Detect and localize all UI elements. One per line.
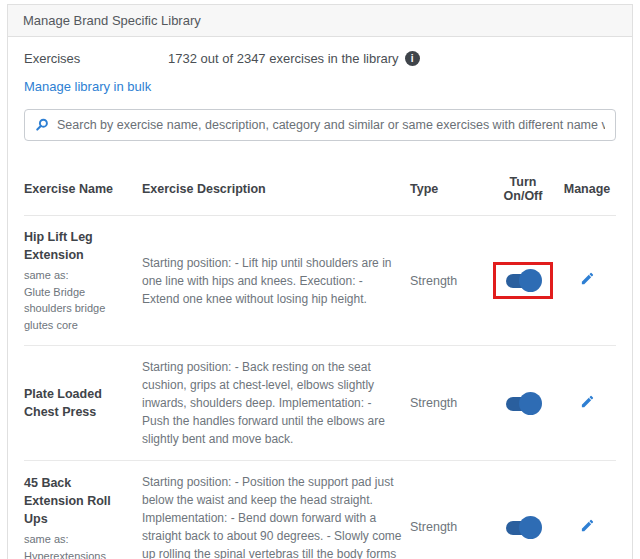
exercise-description: Starting position: - Back resting on the… <box>142 358 410 448</box>
table-row: 45 Back Extension Roll Ups same as: Hype… <box>24 461 616 559</box>
exercise-description: Starting position: - Position the suppor… <box>142 473 410 559</box>
exercise-on-off-toggle[interactable] <box>506 272 540 289</box>
exercise-type: Strength <box>410 396 488 410</box>
toggle-knob <box>519 516 542 539</box>
manage-cell <box>558 271 616 290</box>
panel-title: Manage Brand Specific Library <box>8 5 632 37</box>
manage-bulk-link[interactable]: Manage library in bulk <box>24 79 151 94</box>
table-row: Hip Lift Leg Extension same as: Glute Br… <box>24 216 616 346</box>
exercises-label: Exercises <box>24 51 168 66</box>
header-turn-on-off: Turn On/Off <box>488 175 558 203</box>
toggle-knob <box>519 392 542 415</box>
exercise-name: Plate Loaded Chest Press <box>24 385 128 421</box>
manage-library-panel: Manage Brand Specific Library Exercises … <box>7 4 633 559</box>
edit-pencil-icon[interactable] <box>580 271 595 286</box>
header-exercise-name: Exercise Name <box>24 182 142 196</box>
toggle-cell <box>488 518 558 536</box>
edit-pencil-icon[interactable] <box>580 518 595 533</box>
edit-pencil-icon[interactable] <box>580 394 595 409</box>
exercises-count-text: 1732 out of 2347 exercises in the librar… <box>168 51 399 66</box>
exercise-name-cell: 45 Back Extension Roll Ups same as: Hype… <box>24 474 128 559</box>
info-icon[interactable]: i <box>405 51 420 66</box>
exercise-name-cell: Hip Lift Leg Extension same as: Glute Br… <box>24 228 128 333</box>
exercise-aliases: Glute Bridge shoulders bridge glutes cor… <box>24 284 128 334</box>
toggle-knob <box>519 269 542 292</box>
search-bar <box>24 109 616 141</box>
same-as-label: same as: <box>24 267 128 284</box>
exercise-name: 45 Back Extension Roll Ups <box>24 474 128 528</box>
same-as-label: same as: <box>24 531 128 548</box>
toggle-highlight-box <box>493 262 553 299</box>
table-header-row: Exercise Name Exercise Description Type … <box>24 157 616 216</box>
exercise-description: Starting position: - Lift hip until shou… <box>142 254 410 308</box>
header-type: Type <box>410 182 488 196</box>
manage-cell <box>558 394 616 413</box>
exercise-aliases: Hyperextensions glutes back <box>24 548 128 559</box>
exercise-name: Hip Lift Leg Extension <box>24 228 128 264</box>
header-manage: Manage <box>558 182 616 196</box>
manage-cell <box>558 518 616 537</box>
toggle-cell <box>488 262 558 299</box>
exercise-on-off-toggle[interactable] <box>506 395 540 412</box>
search-input[interactable] <box>57 118 605 132</box>
table-row: Plate Loaded Chest Press Starting positi… <box>24 346 616 461</box>
exercise-type: Strength <box>410 274 488 288</box>
toggle-cell <box>488 394 558 412</box>
search-icon <box>35 118 49 132</box>
exercise-type: Strength <box>410 520 488 534</box>
exercise-name-cell: Plate Loaded Chest Press <box>24 385 128 421</box>
exercise-on-off-toggle[interactable] <box>506 519 540 536</box>
header-exercise-description: Exercise Description <box>142 182 410 196</box>
exercises-summary: Exercises 1732 out of 2347 exercises in … <box>24 51 616 66</box>
